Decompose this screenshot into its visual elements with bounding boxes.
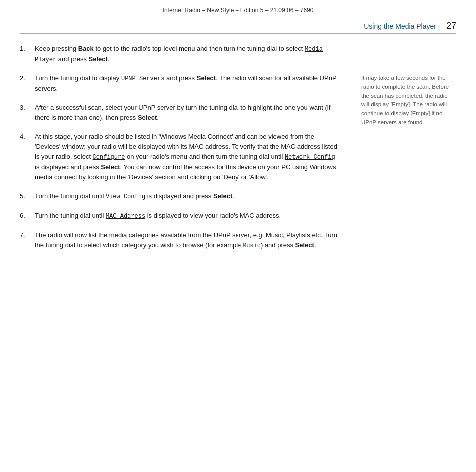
instruction-list: 1. Keep pressing Back to get to the radi… — [20, 44, 341, 250]
list-item: 2. Turn the tuning dial to display UPNP … — [20, 73, 341, 94]
list-number: 5. — [20, 191, 35, 202]
list-number: 1. — [20, 44, 35, 64]
mono-view-config: View Config — [106, 193, 145, 200]
list-number: 6. — [20, 211, 35, 221]
bold-select-7: Select — [295, 241, 314, 249]
list-text: Turn the tuning dial to display UPNP Ser… — [35, 73, 341, 94]
sidebar-note: It may take a few seconds for the radio … — [361, 74, 456, 127]
list-text: Turn the tuning dial until MAC Address i… — [35, 211, 341, 221]
bold-select-3: Select — [138, 114, 157, 121]
list-item: 6. Turn the tuning dial until MAC Addres… — [20, 211, 341, 221]
list-number: 3. — [20, 103, 35, 123]
right-column: It may take a few seconds for the radio … — [356, 44, 456, 259]
list-text: The radio will now list the media catego… — [35, 230, 341, 251]
bold-select-1: Select — [89, 55, 108, 63]
list-item: 5. Turn the tuning dial until View Confi… — [20, 191, 341, 202]
mono-network-config: Network Config — [285, 154, 335, 161]
mono-music: Music — [243, 242, 261, 249]
mono-mac-address: MAC Address — [106, 213, 145, 220]
list-number: 2. — [20, 73, 35, 94]
list-text: Keep pressing Back to get to the radio's… — [35, 44, 341, 64]
page-top-right: Using the Media Player 27 — [0, 19, 476, 33]
bold-select-5: Select — [213, 192, 232, 200]
list-item: 4. At this stage, your radio should be l… — [20, 132, 341, 182]
bold-select-2: Select — [197, 74, 216, 82]
left-column: 1. Keep pressing Back to get to the radi… — [20, 44, 346, 259]
mono-configure: Configure — [93, 154, 125, 161]
bold-select-4: Select — [101, 163, 120, 171]
page-header: Internet Radio – New Style – Edition 5 –… — [0, 0, 476, 19]
list-text: Turn the tuning dial until View Config i… — [35, 191, 341, 202]
mono-upnp-servers: UPNP Servers — [121, 75, 164, 82]
header-title: Internet Radio – New Style – Edition 5 –… — [0, 0, 476, 19]
list-number: 4. — [20, 132, 35, 182]
section-title: Using the Media Player — [364, 22, 436, 30]
list-number: 7. — [20, 230, 35, 251]
bold-back: Back — [78, 45, 94, 52]
list-item: 3. After a successful scan, select your … — [20, 103, 341, 123]
page-number: 27 — [446, 21, 456, 31]
list-text: At this stage, your radio should be list… — [35, 132, 341, 182]
main-content: 1. Keep pressing Back to get to the radi… — [0, 34, 476, 269]
list-item: 1. Keep pressing Back to get to the radi… — [20, 44, 341, 64]
list-text: After a successful scan, select your UPn… — [35, 103, 341, 123]
list-item: 7. The radio will now list the media cat… — [20, 230, 341, 251]
